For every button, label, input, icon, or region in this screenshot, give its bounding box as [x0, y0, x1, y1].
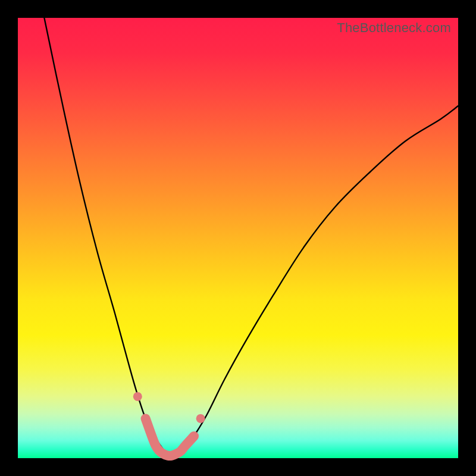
- valley-dot-right: [196, 414, 205, 423]
- valley-dot-left: [133, 392, 142, 401]
- valley-thick-segment: [146, 418, 194, 456]
- bottleneck-chart: [18, 18, 458, 458]
- valley-emphasis: [133, 392, 205, 456]
- plot-area: TheBottleneck.com: [18, 18, 458, 458]
- bottleneck-curve-line: [44, 18, 458, 456]
- outer-frame: TheBottleneck.com: [0, 0, 476, 476]
